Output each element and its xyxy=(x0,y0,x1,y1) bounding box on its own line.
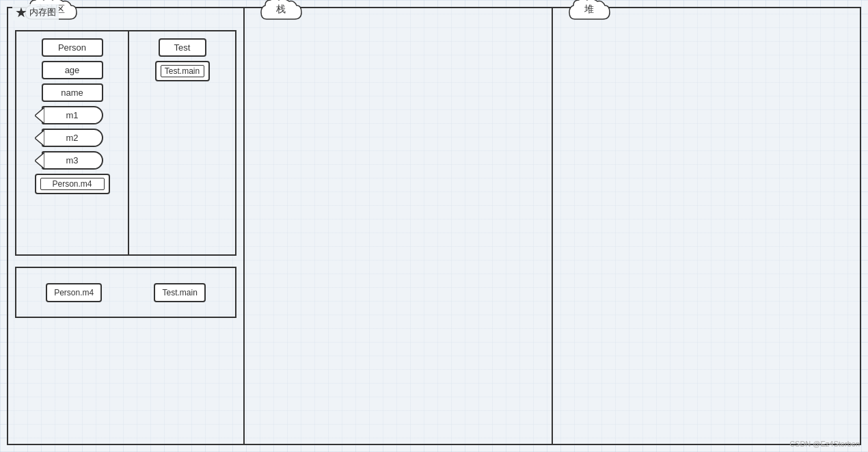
section-methods: 方法区 Person age name m1 xyxy=(7,7,245,445)
methods-left-column: Person age name m1 xyxy=(16,31,129,254)
svg-marker-3 xyxy=(35,152,44,169)
methods-right-column: Test Test.main xyxy=(129,31,235,254)
stack-cloud-label: 栈 xyxy=(258,0,306,27)
svg-text:栈: 栈 xyxy=(275,3,286,14)
title-text: 内存图 xyxy=(29,6,56,18)
svg-marker-1 xyxy=(35,107,44,124)
item-test-main-lower: Test.main xyxy=(154,283,205,302)
item-m3: m3 xyxy=(42,151,103,170)
item-person: Person xyxy=(42,38,103,57)
watermark: CSDN @Ez4Sterben xyxy=(789,440,860,448)
item-person-m4-lower: Person.m4 xyxy=(46,283,102,302)
title-label: ★ 内存图 xyxy=(12,4,59,21)
item-m2: m2 xyxy=(42,129,103,147)
svg-marker-2 xyxy=(35,130,44,146)
heap-cloud-label: 堆 xyxy=(567,0,614,27)
star-icon: ★ xyxy=(15,4,27,21)
item-name: name xyxy=(42,83,103,102)
item-person-m4-upper: Person.m4 xyxy=(35,174,110,194)
section-heap: 堆 xyxy=(553,7,861,445)
methods-upper-box: Person age name m1 xyxy=(15,30,236,256)
item-m1: m1 xyxy=(42,106,103,124)
m1-arrow-svg xyxy=(35,107,44,124)
item-test: Test xyxy=(159,38,206,57)
heap-cloud-svg: 堆 xyxy=(567,0,614,25)
m2-arrow-svg xyxy=(35,130,44,146)
section-stack: 栈 xyxy=(245,7,553,445)
item-test-main-upper: Test.main xyxy=(155,61,210,81)
stack-cloud-svg: 栈 xyxy=(258,0,306,25)
m3-arrow-svg xyxy=(35,152,44,169)
methods-lower-box: Person.m4 Test.main xyxy=(15,267,236,318)
item-age: age xyxy=(42,61,103,79)
main-layout: 方法区 Person age name m1 xyxy=(7,7,861,445)
svg-text:堆: 堆 xyxy=(584,3,594,14)
